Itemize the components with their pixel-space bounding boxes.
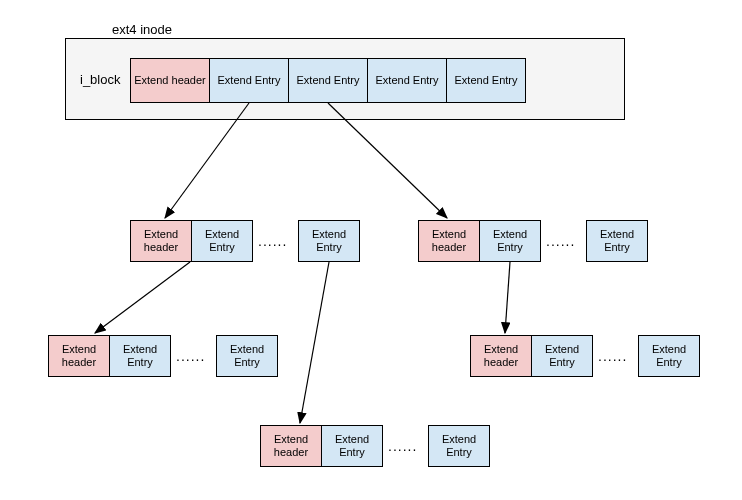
l2-b-header: Extend header: [470, 335, 532, 377]
svg-line-0: [165, 103, 249, 218]
svg-line-3: [300, 262, 329, 423]
iblock-label: i_block: [80, 72, 120, 87]
l2-c-header: Extend header: [260, 425, 322, 467]
l1-left-entry-1: Extend Entry: [191, 220, 253, 262]
svg-line-1: [328, 103, 447, 218]
root-extend-entry-4: Extend Entry: [446, 58, 526, 103]
svg-line-4: [505, 262, 510, 333]
l2-b-entry-n: Extend Entry: [638, 335, 700, 377]
l2-a-entry-1: Extend Entry: [109, 335, 171, 377]
ellipsis-icon: ······: [598, 351, 627, 367]
l2-b-entry-1: Extend Entry: [531, 335, 593, 377]
svg-line-2: [95, 262, 190, 333]
root-extend-header: Extend header: [130, 58, 210, 103]
ellipsis-icon: ······: [546, 236, 575, 252]
l1-left-header: Extend header: [130, 220, 192, 262]
ellipsis-icon: ······: [176, 351, 205, 367]
ellipsis-icon: ······: [388, 441, 417, 457]
l1-right-entry-n: Extend Entry: [586, 220, 648, 262]
l1-right-header: Extend header: [418, 220, 480, 262]
root-extend-entry-2: Extend Entry: [288, 58, 368, 103]
l2-c-entry-n: Extend Entry: [428, 425, 490, 467]
inode-title: ext4 inode: [112, 22, 172, 37]
l1-left-entry-n: Extend Entry: [298, 220, 360, 262]
l2-c-entry-1: Extend Entry: [321, 425, 383, 467]
l2-a-entry-n: Extend Entry: [216, 335, 278, 377]
l2-a-header: Extend header: [48, 335, 110, 377]
ellipsis-icon: ······: [258, 236, 287, 252]
root-extend-entry-3: Extend Entry: [367, 58, 447, 103]
l1-right-entry-1: Extend Entry: [479, 220, 541, 262]
root-extend-entry-1: Extend Entry: [209, 58, 289, 103]
